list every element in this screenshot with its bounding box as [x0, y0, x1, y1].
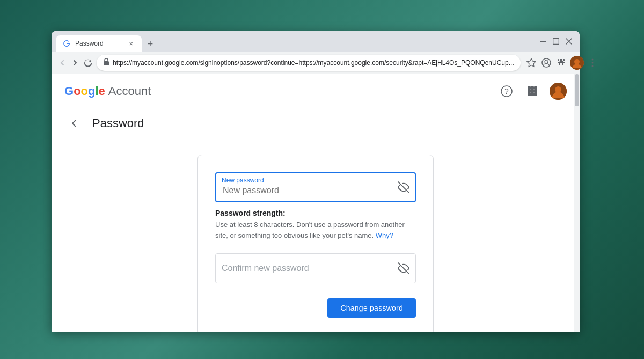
tab-title: Password [75, 40, 122, 47]
toolbar-icons [525, 56, 599, 70]
help-icon[interactable]: ? [498, 83, 515, 100]
apps-icon[interactable] [524, 83, 541, 100]
maximize-button[interactable] [552, 37, 560, 46]
new-password-toggle-icon[interactable] [398, 181, 409, 193]
page-content: Google Account ? [52, 74, 580, 332]
svg-rect-16 [531, 86, 534, 90]
form-card: New password Password strength: Use at l… [197, 155, 434, 332]
google-account-text: Account [108, 84, 151, 98]
new-password-input[interactable] [215, 172, 416, 202]
tab-bar: Password ✕ + [56, 31, 537, 52]
logo-o2: o [81, 84, 88, 98]
header-profile-avatar[interactable] [550, 83, 567, 100]
svg-point-11 [591, 62, 593, 63]
tab-close-button[interactable]: ✕ [127, 39, 135, 48]
close-button[interactable] [565, 37, 573, 46]
active-tab[interactable]: Password ✕ [56, 35, 142, 52]
google-logo: Google Account [64, 84, 151, 98]
svg-text:?: ? [504, 87, 509, 96]
browser-window: Password ✕ + [52, 31, 580, 332]
profile-icon[interactable] [540, 56, 553, 69]
logo-e: e [99, 84, 105, 98]
url-display[interactable]: https://myaccount.google.com/signinoptio… [97, 55, 521, 71]
svg-point-12 [591, 65, 593, 67]
change-password-wrapper: Change password [215, 298, 416, 318]
svg-rect-2 [553, 39, 559, 45]
svg-rect-5 [104, 61, 109, 65]
hint-title: Password strength: [215, 209, 416, 217]
hint-text: Use at least 8 characters. Don't use a p… [215, 219, 416, 240]
change-password-button[interactable]: Change password [327, 298, 416, 318]
address-bar: https://myaccount.google.com/signinoptio… [52, 52, 580, 74]
svg-rect-20 [534, 90, 537, 93]
window-controls [539, 37, 575, 46]
tab-favicon [62, 39, 71, 48]
svg-rect-19 [531, 90, 534, 93]
confirm-password-input-group: Confirm new password [215, 253, 416, 283]
forward-nav-button[interactable] [71, 56, 79, 69]
lock-icon [103, 58, 109, 67]
header-icons: ? [498, 83, 567, 100]
svg-point-10 [591, 58, 593, 60]
back-button[interactable] [64, 114, 84, 133]
why-link[interactable]: Why? [376, 231, 393, 239]
form-area: New password Password strength: Use at l… [52, 138, 580, 332]
confirm-password-toggle-icon[interactable] [398, 262, 409, 274]
password-hint: Password strength: Use at least 8 charac… [215, 209, 416, 240]
svg-rect-21 [528, 93, 531, 96]
logo-g: G [64, 84, 74, 98]
svg-rect-23 [534, 93, 537, 96]
extensions-icon[interactable] [555, 56, 568, 69]
new-tab-button[interactable]: + [144, 38, 157, 50]
back-nav-button[interactable] [58, 56, 67, 69]
logo-g2: g [88, 84, 95, 98]
scrollbar[interactable] [574, 74, 580, 332]
new-password-group: New password [215, 172, 416, 202]
minimize-button[interactable] [539, 37, 547, 46]
chrome-menu-button[interactable] [586, 56, 599, 69]
svg-rect-1 [540, 41, 546, 42]
svg-rect-18 [528, 90, 531, 93]
bookmark-star-icon[interactable] [525, 56, 538, 69]
google-account-header: Google Account ? [52, 74, 580, 108]
reload-button[interactable] [84, 56, 92, 69]
svg-rect-22 [531, 93, 534, 96]
svg-rect-15 [528, 86, 531, 90]
logo-o1: o [74, 84, 80, 98]
confirm-password-input[interactable] [215, 253, 416, 283]
svg-point-9 [574, 59, 580, 64]
browser-profile-avatar[interactable] [570, 56, 584, 70]
page-subheader: Password [52, 108, 580, 138]
url-container: https://myaccount.google.com/signinoptio… [97, 55, 521, 71]
title-bar: Password ✕ + [52, 31, 580, 52]
scrollbar-thumb[interactable] [575, 74, 579, 106]
page-title: Password [92, 116, 144, 130]
confirm-password-group: Confirm new password [215, 253, 416, 283]
svg-point-7 [545, 60, 548, 63]
svg-rect-17 [534, 86, 537, 90]
